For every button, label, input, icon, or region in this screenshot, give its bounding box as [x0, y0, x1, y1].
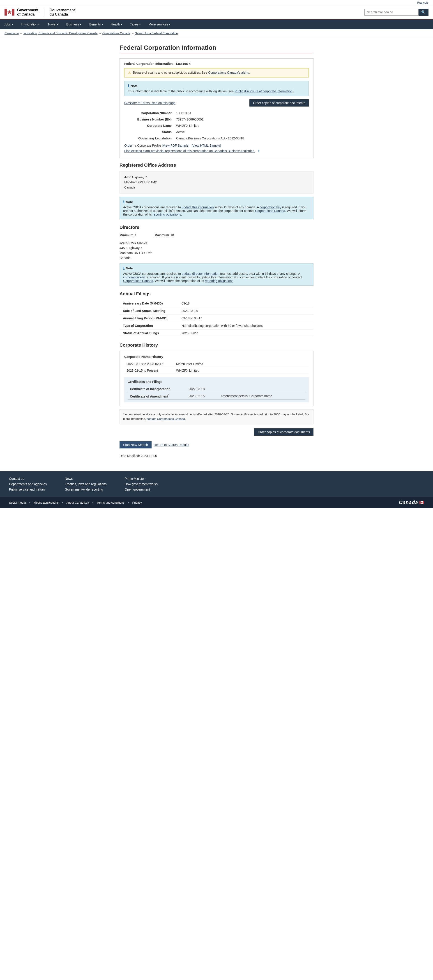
- director-name-1: JASKARAN SINGH: [120, 240, 313, 245]
- corp-key-link-1[interactable]: corporation key: [260, 205, 281, 209]
- corp-field-row: Corporate NameWHIZFX Limited: [124, 123, 309, 129]
- footer-link-col1-0[interactable]: Contact us: [9, 477, 47, 480]
- corps-canada-link-1[interactable]: Corporations Canada: [255, 209, 285, 213]
- annual-filings-table: Anniversary Date (MM-DD)03-18Date of Las…: [120, 300, 313, 337]
- footer-sub-link-1[interactable]: Mobile applications: [34, 501, 59, 504]
- svg-rect-5: [423, 501, 424, 504]
- nav-immigration[interactable]: Immigration ▾: [17, 19, 43, 29]
- name-history-row: 2022-03-18 to 2023-02-15March Inter Limi…: [124, 361, 309, 368]
- nav-more-services[interactable]: More services ▾: [145, 19, 174, 29]
- search-icon: 🔍: [421, 10, 426, 14]
- corps-canada-link-2[interactable]: Corporations Canada: [123, 279, 153, 283]
- nav-immigration-caret: ▾: [38, 23, 40, 25]
- update-info-link[interactable]: update this information: [182, 205, 214, 209]
- breadcrumb-item-corps-canada[interactable]: Corporations Canada: [102, 32, 130, 35]
- start-new-search-button[interactable]: Start New Search: [120, 441, 152, 449]
- html-sample-link[interactable]: [View HTML Sample]: [192, 144, 221, 147]
- nav-benefits[interactable]: Benefits ▾: [85, 19, 107, 29]
- footer-link-col3-1[interactable]: How government works: [125, 482, 158, 486]
- cert-details: [218, 386, 305, 392]
- nav-benefits-caret: ▾: [102, 23, 103, 25]
- nav-taxes[interactable]: Taxes ▾: [126, 19, 145, 29]
- name-history-name: WHIZFX Limited: [174, 367, 309, 374]
- af-label: Status of Annual Filings: [120, 329, 178, 337]
- footer-sub-link-3[interactable]: Terms and conditions: [97, 501, 125, 504]
- corp-info-box-header: Federal Corporation Information - 136810…: [124, 62, 309, 65]
- nav-taxes-label: Taxes: [130, 22, 139, 26]
- footer-sub-link-4[interactable]: Privacy: [133, 501, 142, 504]
- footer-links: Contact usDepartments and agenciesPublic…: [9, 477, 424, 491]
- order-profile-link[interactable]: Order: [124, 144, 133, 147]
- corp-field-row: StatusActive: [124, 129, 309, 135]
- order-profile-links: Order a Corporate Profile [View PDF Samp…: [124, 144, 309, 147]
- nav-health-caret: ▾: [121, 23, 122, 25]
- extra-prov-link[interactable]: Find existing extra-provincial registrat…: [124, 149, 255, 153]
- contact-corps-canada-link[interactable]: contact Corporations Canada: [147, 417, 185, 420]
- footer-link-col1-1[interactable]: Departments and agencies: [9, 482, 47, 486]
- footer-sub-link-2[interactable]: About Canada.ca: [66, 501, 89, 504]
- corp-field-value: WHIZFX Limited: [174, 123, 309, 129]
- pdf-sample-link[interactable]: [View PDF Sample]: [162, 144, 189, 147]
- warning-link[interactable]: Corporations Canada's alerts: [208, 71, 249, 74]
- breadcrumb-item-canada[interactable]: Canada.ca: [5, 32, 19, 35]
- svg-rect-1: [12, 9, 14, 16]
- footer-link-col3-0[interactable]: Prime Minister: [125, 477, 158, 480]
- extra-prov-link-row: Find existing extra-provincial registrat…: [124, 149, 309, 153]
- gov-name-en: Governmentof Canada: [17, 8, 38, 16]
- af-value: 2023 - Filed: [178, 329, 313, 337]
- search-button[interactable]: 🔍: [419, 9, 428, 16]
- director-addr-1-line2: Markham ON L3R 1M2: [120, 250, 313, 255]
- amendment-note: * Amendment details are only available f…: [120, 409, 313, 424]
- cert-date: 2022-03-18: [186, 386, 218, 392]
- footer-link-col3-2[interactable]: Open government: [125, 488, 158, 491]
- breadcrumb-item-search[interactable]: Search for a Federal Corporation: [135, 32, 178, 35]
- cert-label: Certificate of Amendment*: [128, 392, 186, 399]
- annual-filings-title: Annual Filings: [120, 291, 313, 296]
- certs-table: Certificate of Incorporation2022-03-18Ce…: [128, 386, 305, 400]
- gov-name-fr: Gouvernementdu Canada: [50, 8, 75, 16]
- address-line-1: 4450 Highway 7: [124, 175, 309, 180]
- directors-maximum: Maximum10: [155, 233, 174, 237]
- reporting-oblig-link-1[interactable]: reporting obligations: [153, 213, 181, 216]
- corp-field-label: Business Number (BN): [124, 116, 174, 123]
- nav-immigration-label: Immigration: [21, 22, 37, 26]
- note-box-1-text: This information is available to the pub…: [128, 89, 305, 93]
- order-copies-button-2[interactable]: Order copies of corporate documents: [254, 428, 313, 436]
- order-copies-button-1[interactable]: Order copies of corporate documents: [249, 99, 309, 107]
- note-box-2-text: Active CBCA corporations are required to…: [123, 205, 310, 216]
- nav-travel[interactable]: Travel ▾: [43, 19, 62, 29]
- af-value: 2023-03-18: [178, 307, 313, 314]
- canada-flag: [5, 9, 14, 16]
- glossary-link[interactable]: Glossary of Terms used on this page: [124, 101, 176, 105]
- note-icon-3: ℹ: [123, 266, 125, 270]
- update-director-link[interactable]: update director information: [182, 272, 219, 275]
- footer-link-col2-2[interactable]: Government-wide reporting: [65, 488, 107, 491]
- svg-rect-4: [419, 501, 420, 504]
- address-line-3: Canada: [124, 185, 309, 190]
- footer-link-col2-0[interactable]: News: [65, 477, 107, 480]
- french-link[interactable]: Français: [417, 1, 428, 4]
- footer-link-col2-1[interactable]: Treaties, laws and regulations: [65, 482, 107, 486]
- nav-business[interactable]: Business ▾: [62, 19, 85, 29]
- gov-name-fr-text: Gouvernementdu Canada: [50, 8, 75, 16]
- nav-jobs[interactable]: Jobs ▾: [0, 19, 17, 29]
- public-disclosure-link[interactable]: Public disclosure of corporate informati…: [235, 89, 292, 93]
- footer-sub-link-0[interactable]: Social media: [9, 501, 26, 504]
- note-box-1: ℹ Note This information is available to …: [124, 81, 309, 96]
- cert-superscript: *: [168, 394, 169, 397]
- info-circle-icon: ℹ: [258, 149, 259, 153]
- return-to-search-link[interactable]: Return to Search Results: [154, 443, 189, 447]
- language-bar: Français: [0, 0, 433, 5]
- nav-health[interactable]: Health ▾: [107, 19, 126, 29]
- corp-key-link-2[interactable]: corporation key: [123, 275, 145, 279]
- reporting-oblig-link-2[interactable]: reporting obligations: [205, 279, 233, 283]
- footer-sub-sep: •: [93, 501, 94, 504]
- af-row: Type of CorporationNon-distributing corp…: [120, 322, 313, 329]
- search-input[interactable]: [364, 9, 419, 16]
- directors-section: Directors Minimum1 Maximum10 JASKARAN SI…: [120, 225, 313, 286]
- breadcrumb-item-ised[interactable]: Innovation, Science and Economic Develop…: [24, 32, 97, 35]
- footer-link-col1-2[interactable]: Public service and military: [9, 488, 47, 491]
- annual-filings-section: Annual Filings Anniversary Date (MM-DD)0…: [120, 291, 313, 337]
- af-label: Anniversary Date (MM-DD): [120, 300, 178, 307]
- af-label: Type of Corporation: [120, 322, 178, 329]
